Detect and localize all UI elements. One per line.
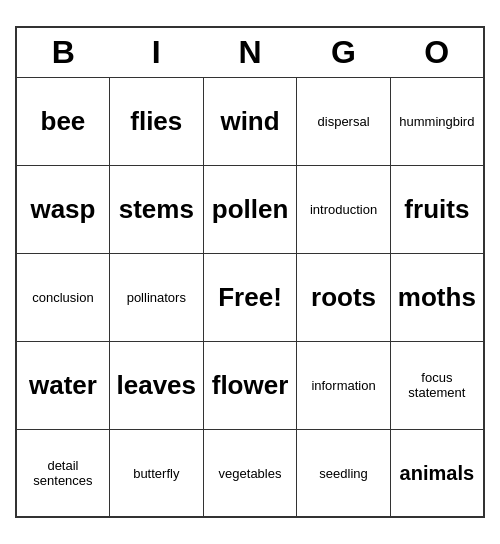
- bingo-cell-1-4: fruits: [390, 165, 484, 253]
- bingo-cell-2-2: Free!: [203, 253, 297, 341]
- bingo-cell-1-0: wasp: [16, 165, 109, 253]
- bingo-cell-4-4: animals: [390, 429, 484, 517]
- header-letter-i: I: [109, 27, 203, 78]
- bingo-card-container: BINGO beeflieswinddispersalhummingbirdwa…: [15, 26, 485, 519]
- bingo-table: BINGO beeflieswinddispersalhummingbirdwa…: [15, 26, 485, 519]
- bingo-row-3: waterleavesflowerinformationfocus statem…: [16, 341, 484, 429]
- bingo-cell-0-4: hummingbird: [390, 77, 484, 165]
- bingo-cell-0-1: flies: [109, 77, 203, 165]
- bingo-cell-2-0: conclusion: [16, 253, 109, 341]
- bingo-cell-2-4: moths: [390, 253, 484, 341]
- bingo-cell-4-3: seedling: [297, 429, 390, 517]
- header-letter-o: O: [390, 27, 484, 78]
- bingo-cell-1-3: introduction: [297, 165, 390, 253]
- bingo-row-2: conclusionpollinatorsFree!rootsmoths: [16, 253, 484, 341]
- bingo-row-4: detail sentencesbutterflyvegetablesseedl…: [16, 429, 484, 517]
- bingo-cell-3-1: leaves: [109, 341, 203, 429]
- bingo-cell-4-0: detail sentences: [16, 429, 109, 517]
- bingo-cell-4-2: vegetables: [203, 429, 297, 517]
- bingo-row-1: waspstemspollenintroductionfruits: [16, 165, 484, 253]
- bingo-cell-3-3: information: [297, 341, 390, 429]
- bingo-header-row: BINGO: [16, 27, 484, 78]
- bingo-row-0: beeflieswinddispersalhummingbird: [16, 77, 484, 165]
- bingo-cell-0-2: wind: [203, 77, 297, 165]
- bingo-cell-2-3: roots: [297, 253, 390, 341]
- bingo-cell-4-1: butterfly: [109, 429, 203, 517]
- header-letter-n: N: [203, 27, 297, 78]
- bingo-cell-0-3: dispersal: [297, 77, 390, 165]
- bingo-cell-2-1: pollinators: [109, 253, 203, 341]
- bingo-cell-3-0: water: [16, 341, 109, 429]
- header-letter-g: G: [297, 27, 390, 78]
- bingo-cell-0-0: bee: [16, 77, 109, 165]
- bingo-cell-1-2: pollen: [203, 165, 297, 253]
- bingo-cell-3-2: flower: [203, 341, 297, 429]
- bingo-cell-3-4: focus statement: [390, 341, 484, 429]
- bingo-cell-1-1: stems: [109, 165, 203, 253]
- header-letter-b: B: [16, 27, 109, 78]
